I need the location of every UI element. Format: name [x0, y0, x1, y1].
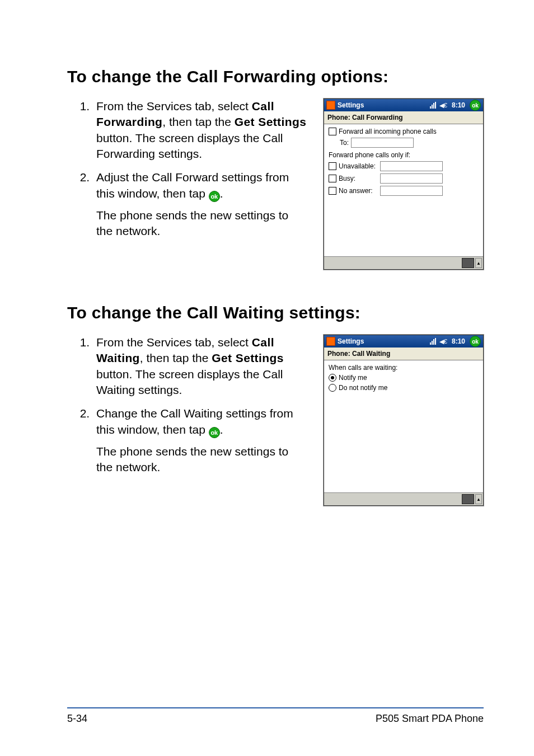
keyboard-icon[interactable]	[462, 258, 474, 268]
input-busy[interactable]	[380, 173, 443, 184]
heading-call-forwarding: To change the Call Forwarding options:	[67, 67, 484, 86]
input-to[interactable]	[351, 138, 414, 148]
row-noanswer: No answer:	[329, 186, 479, 196]
row-only-if: Forward phone calls only if:	[329, 151, 479, 159]
doc-title: P505 Smart PDA Phone	[376, 713, 484, 725]
signal-icon	[430, 102, 436, 109]
signal-icon	[430, 338, 436, 345]
checkbox-busy[interactable]	[329, 175, 336, 182]
label-only-if: Forward phone calls only if:	[329, 151, 410, 159]
row-donot: Do not notify me	[329, 384, 479, 392]
row-when: When calls are waiting:	[329, 364, 479, 372]
text: From the Services tab, select	[96, 100, 252, 112]
start-icon[interactable]	[326, 337, 335, 346]
text: From the Services tab, select	[96, 336, 252, 349]
ok-icon: ok	[209, 191, 220, 202]
bold-get-settings: Get Settings	[235, 115, 306, 128]
screenshot-call-waiting: Settings ◀€ 8:10 ok Phone: Call Waiting …	[324, 335, 484, 506]
titlebar: Settings ◀€ 8:10 ok	[324, 99, 483, 111]
text: button. The screen displays the Call Wai…	[96, 368, 283, 396]
bottombar: ▲	[324, 256, 483, 269]
screen-subhead: Phone: Call Waiting	[324, 348, 483, 360]
up-button[interactable]: ▲	[475, 258, 482, 268]
page-number: 5-34	[67, 713, 87, 725]
input-noanswer[interactable]	[380, 186, 443, 196]
label-noanswer: No answer:	[339, 187, 378, 195]
row-forward-all: Forward all incoming phone calls	[329, 128, 479, 135]
label-when: When calls are waiting:	[329, 364, 397, 372]
instructions-cf: From the Services tab, select Call Forwa…	[67, 98, 324, 247]
window-title: Settings	[338, 101, 428, 109]
text: .	[220, 423, 223, 436]
text: Change the Call Waiting settings from th…	[96, 407, 293, 435]
ok-icon: ok	[209, 427, 220, 438]
clock: 8:10	[452, 337, 465, 345]
cw-result: The phone sends the new settings to the …	[96, 444, 307, 476]
text: Adjust the Call Forward settings from th…	[96, 171, 289, 199]
text: , then tap the	[140, 351, 212, 364]
checkbox-unavailable[interactable]	[329, 162, 336, 170]
row-unavailable: Unavailable:	[329, 161, 479, 171]
screen-content: Forward all incoming phone calls To: For…	[324, 124, 483, 256]
titlebar: Settings ◀€ 8:10 ok	[324, 335, 483, 348]
page-footer: 5-34 P505 Smart PDA Phone	[67, 707, 484, 725]
cf-step-1: From the Services tab, select Call Forwa…	[93, 98, 307, 162]
label-notify: Notify me	[339, 374, 367, 382]
input-unavailable[interactable]	[380, 161, 443, 171]
cf-result: The phone sends the new settings to the …	[96, 208, 307, 240]
bold-get-settings-2: Get Settings	[212, 351, 283, 364]
bottombar: ▲	[324, 492, 483, 505]
cw-step-1: From the Services tab, select Call Waiti…	[93, 335, 307, 398]
ok-button[interactable]: ok	[470, 336, 481, 347]
ol-cw: From the Services tab, select Call Waiti…	[67, 335, 307, 475]
speaker-icon: ◀€	[439, 338, 447, 345]
instructions-cw: From the Services tab, select Call Waiti…	[67, 335, 324, 483]
row-notify: Notify me	[329, 374, 479, 382]
radio-notify[interactable]	[329, 374, 336, 382]
text: button. The screen displays the Call For…	[96, 132, 283, 160]
row-busy: Busy:	[329, 173, 479, 184]
up-button[interactable]: ▲	[475, 494, 482, 504]
radio-donot[interactable]	[329, 384, 336, 392]
text: , then tap the	[162, 115, 234, 128]
section-call-forwarding: From the Services tab, select Call Forwa…	[67, 98, 484, 270]
text: .	[220, 187, 223, 200]
ol-cf: From the Services tab, select Call Forwa…	[67, 98, 307, 239]
start-icon[interactable]	[326, 101, 335, 110]
keyboard-icon[interactable]	[462, 494, 474, 504]
checkbox-noanswer[interactable]	[329, 187, 336, 195]
label-busy: Busy:	[339, 175, 378, 182]
checkbox-forward-all[interactable]	[329, 128, 336, 135]
page: To change the Call Forwarding options: F…	[0, 0, 534, 756]
section-call-waiting: From the Services tab, select Call Waiti…	[67, 335, 484, 506]
label-donot: Do not notify me	[339, 384, 387, 392]
screenshot-call-forwarding: Settings ◀€ 8:10 ok Phone: Call Forwardi…	[324, 98, 484, 270]
ok-button[interactable]: ok	[470, 100, 481, 111]
speaker-icon: ◀€	[439, 102, 447, 109]
screen-subhead: Phone: Call Forwarding	[324, 111, 483, 124]
label-unavailable: Unavailable:	[339, 162, 378, 170]
label-to: To:	[340, 139, 349, 147]
clock: 8:10	[452, 101, 465, 109]
cf-step-2: Adjust the Call Forward settings from th…	[93, 170, 307, 239]
screen-content: When calls are waiting: Notify me Do not…	[324, 360, 483, 492]
row-to: To:	[329, 138, 479, 148]
window-title: Settings	[338, 337, 428, 345]
label-forward-all: Forward all incoming phone calls	[339, 128, 437, 135]
heading-call-waiting: To change the Call Waiting settings:	[67, 303, 484, 322]
cw-step-2: Change the Call Waiting settings from th…	[93, 406, 307, 475]
